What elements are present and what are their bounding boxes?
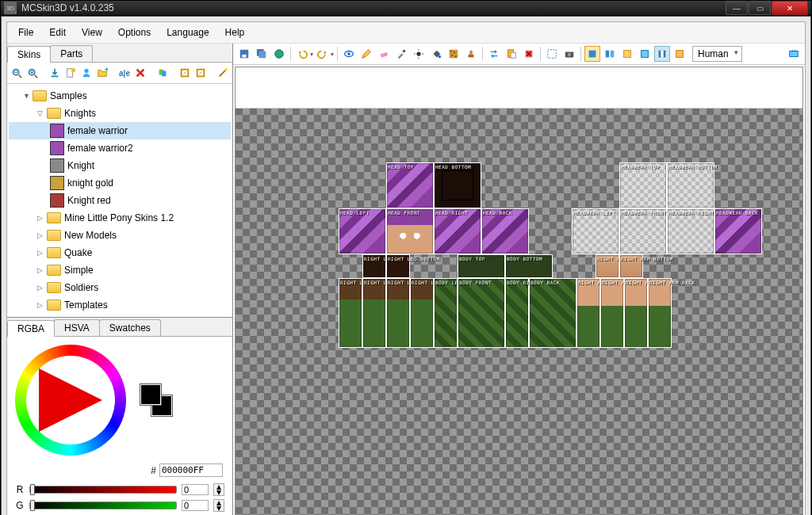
tree-skin-knight-gold[interactable]: knight gold	[9, 174, 231, 192]
r-value[interactable]	[182, 484, 209, 495]
svg-point-45	[568, 53, 571, 56]
canvas[interactable]: HEAD TOP HEAD BOTTOM HEADWEAR TOP HEADWE…	[235, 67, 803, 515]
svg-rect-18	[242, 55, 246, 58]
noise-icon[interactable]	[446, 46, 462, 62]
svg-rect-47	[606, 51, 609, 58]
color-panel: RGBA HSVA Swatches #	[7, 317, 232, 515]
tree-folder[interactable]: ▷Simple	[9, 261, 231, 279]
tree-folder-samples[interactable]: ▼Samples	[9, 87, 231, 105]
minimize-button[interactable]: —	[726, 1, 748, 15]
undo-icon[interactable]	[294, 46, 310, 62]
tree-skin-knight[interactable]: Knight	[9, 157, 231, 174]
tree-folder[interactable]: ▷Soldiers	[9, 279, 231, 296]
zoom-in-icon[interactable]	[26, 66, 39, 80]
eraser-icon[interactable]	[376, 46, 392, 62]
maximize-button[interactable]: ▭	[749, 1, 771, 15]
tab-hsva[interactable]: HSVA	[54, 319, 100, 336]
upload-icon[interactable]	[271, 46, 287, 62]
color-wheel[interactable]	[15, 345, 126, 456]
user-icon[interactable]	[80, 66, 93, 80]
save-all-icon[interactable]	[254, 46, 270, 62]
grid-select-icon[interactable]	[544, 46, 560, 62]
menu-help[interactable]: Help	[217, 24, 253, 41]
redo-icon[interactable]	[315, 46, 331, 62]
clone-icon[interactable]	[156, 66, 169, 80]
svg-rect-52	[661, 51, 664, 58]
svg-rect-25	[381, 52, 389, 58]
tree-skin-knight-red[interactable]: Knight red	[9, 192, 231, 209]
menu-file[interactable]: File	[10, 24, 41, 41]
svg-rect-39	[469, 51, 473, 55]
left-pane: Skins Parts + a|e	[7, 44, 233, 515]
r-stepper[interactable]: ▴▾	[213, 483, 224, 496]
tree-folder[interactable]: ▷Templates	[9, 296, 231, 314]
g-slider[interactable]	[29, 502, 177, 509]
menu-view[interactable]: View	[74, 24, 110, 41]
svg-point-32	[439, 55, 442, 59]
pencil-icon[interactable]	[358, 46, 374, 62]
zoom-out-icon[interactable]	[10, 66, 23, 80]
paste-icon[interactable]	[504, 46, 519, 62]
svg-rect-50	[642, 51, 649, 58]
tree-skin-female-warrior[interactable]: female warrior	[9, 122, 231, 139]
svg-rect-35	[454, 52, 455, 53]
wand-icon[interactable]	[216, 66, 229, 80]
svg-rect-36	[451, 55, 453, 56]
rename-icon[interactable]: a|e	[118, 66, 131, 80]
r-label: R	[15, 484, 25, 495]
toggle-1-icon[interactable]	[619, 46, 635, 62]
tree-folder-knights[interactable]: ▽Knights	[9, 105, 231, 122]
fg-bg-swatch[interactable]	[140, 384, 172, 416]
brightness-icon[interactable]	[411, 46, 427, 62]
tab-skins[interactable]: Skins	[7, 46, 51, 63]
reset-view-icon[interactable]	[786, 46, 802, 62]
tab-rgba[interactable]: RGBA	[7, 320, 55, 337]
fg-color[interactable]	[140, 384, 161, 405]
svg-point-10	[84, 69, 88, 73]
tree-skin-female-warrior2[interactable]: female warrior2	[9, 139, 231, 157]
toggle-4-icon[interactable]	[672, 46, 688, 62]
tab-parts[interactable]: Parts	[50, 45, 93, 62]
bucket-icon[interactable]	[428, 46, 444, 62]
delete-icon[interactable]	[134, 66, 147, 80]
r-slider[interactable]	[29, 486, 177, 494]
camera-icon[interactable]	[561, 46, 577, 62]
save-icon[interactable]	[236, 46, 252, 62]
tab-swatches[interactable]: Swatches	[99, 319, 161, 336]
import-icon[interactable]	[48, 66, 61, 80]
resize-up-icon[interactable]	[178, 66, 191, 80]
menu-language[interactable]: Language	[159, 24, 216, 41]
svg-rect-46	[589, 51, 596, 58]
g-value[interactable]	[182, 500, 209, 511]
clear-icon[interactable]	[521, 46, 537, 62]
menu-edit[interactable]: Edit	[41, 24, 74, 41]
svg-point-16	[225, 68, 228, 71]
view-3d-icon[interactable]	[584, 46, 600, 62]
toggle-2-icon[interactable]	[637, 46, 653, 62]
tree-folder[interactable]: ▷New Models	[9, 227, 231, 244]
new-skin-icon[interactable]	[64, 66, 77, 80]
eyedropper-icon[interactable]	[393, 46, 409, 62]
svg-rect-53	[676, 51, 684, 58]
right-pane: ▾ ▾	[233, 44, 805, 515]
tree-folder[interactable]: ▷Quake	[9, 244, 231, 261]
svg-line-4	[35, 75, 38, 78]
view-split-icon[interactable]	[602, 46, 618, 62]
model-select[interactable]: Human	[692, 46, 742, 62]
resize-down-icon[interactable]	[194, 66, 207, 80]
menubar: File Edit View Options Language Help	[7, 22, 805, 44]
main-toolbar: ▾ ▾	[233, 44, 805, 65]
toggle-3-icon[interactable]	[654, 46, 670, 62]
new-folder-icon[interactable]: +	[96, 66, 109, 80]
skin-tree[interactable]: ▼Samples ▽Knights female warrior female …	[7, 84, 232, 317]
svg-rect-7	[52, 76, 59, 78]
eye-icon[interactable]	[341, 46, 357, 62]
tree-folder[interactable]: ▷Mine Little Pony Skins 1.2	[9, 209, 231, 227]
menu-options[interactable]: Options	[110, 24, 159, 41]
g-stepper[interactable]: ▴▾	[213, 499, 224, 512]
stamp-icon[interactable]	[463, 46, 479, 62]
swap-icon[interactable]	[486, 46, 502, 62]
close-button[interactable]: ✕	[772, 1, 808, 15]
hex-input[interactable]	[159, 464, 223, 477]
svg-rect-48	[611, 51, 614, 58]
